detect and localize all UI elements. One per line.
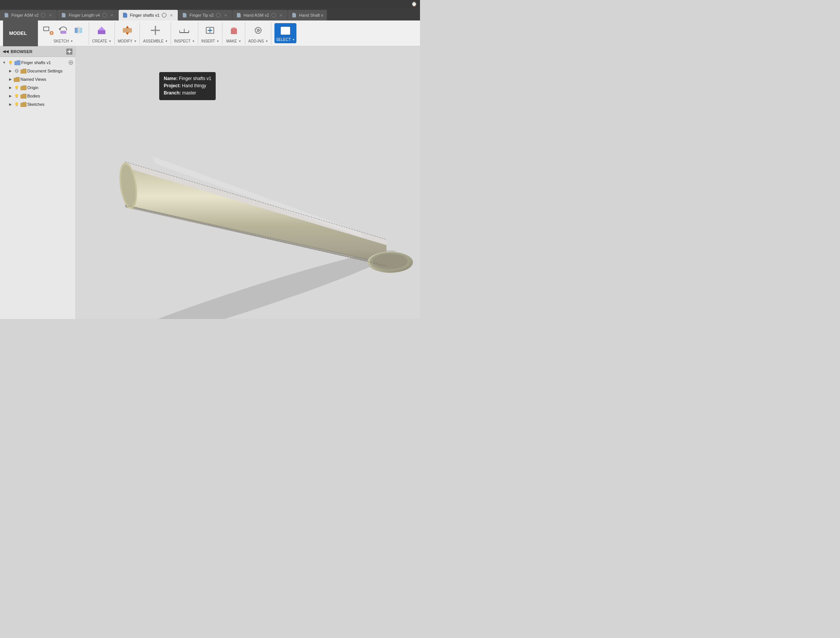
tab3-label: Finger shafts v1 bbox=[130, 13, 159, 17]
tab1-status bbox=[41, 13, 46, 17]
doc-settings-label: Document Settings bbox=[27, 69, 74, 73]
tab3-close[interactable]: ✕ bbox=[169, 13, 174, 18]
svg-rect-6 bbox=[75, 28, 78, 33]
select-group: SELECT ▼ bbox=[272, 22, 300, 45]
bodies-expand[interactable]: ▶ bbox=[8, 93, 13, 99]
svg-rect-34 bbox=[16, 89, 17, 90]
origin-expand[interactable]: ▶ bbox=[8, 85, 13, 90]
make-button[interactable] bbox=[227, 23, 241, 38]
mirror-button[interactable] bbox=[71, 23, 86, 38]
svg-point-35 bbox=[15, 94, 18, 97]
doc-settings-folder-icon bbox=[21, 68, 27, 74]
doc-settings-expand[interactable]: ▶ bbox=[8, 68, 13, 74]
tab5-close[interactable]: ✕ bbox=[278, 13, 284, 18]
tree-item-bodies[interactable]: ▶ Bodies bbox=[0, 92, 76, 100]
tab5-label: Hand ASM v2 bbox=[244, 13, 269, 17]
clock-display: ⌚ bbox=[411, 2, 417, 7]
tree-item-sketches[interactable]: ▶ Sketches bbox=[0, 100, 76, 108]
select-label: SELECT bbox=[276, 38, 291, 42]
svg-rect-21 bbox=[231, 29, 237, 34]
insert-button[interactable] bbox=[203, 23, 217, 38]
make-label: MAKE bbox=[226, 39, 237, 43]
root-label: Finger shafts v1 bbox=[21, 60, 67, 65]
add-ins-arrow: ▼ bbox=[265, 40, 268, 43]
named-views-label: Named Views bbox=[21, 77, 74, 82]
svg-rect-9 bbox=[98, 30, 105, 34]
sketch-arrow: ▼ bbox=[71, 40, 73, 43]
svg-point-33 bbox=[15, 86, 18, 89]
tree-item-origin[interactable]: ▶ Origin bbox=[0, 84, 76, 92]
sketches-expand[interactable]: ▶ bbox=[8, 102, 13, 107]
measure-button[interactable] bbox=[177, 23, 191, 38]
svg-rect-7 bbox=[79, 28, 82, 33]
press-pull-button[interactable] bbox=[120, 23, 134, 38]
root-record-icon bbox=[68, 60, 74, 66]
tab4-close[interactable]: ✕ bbox=[223, 13, 228, 18]
named-views-expand[interactable]: ▶ bbox=[8, 77, 13, 82]
tab4-label: Finger Tip v2 bbox=[189, 13, 214, 17]
origin-bulb-icon bbox=[14, 85, 20, 91]
tab4-status bbox=[216, 13, 221, 17]
svg-rect-28 bbox=[10, 64, 11, 65]
root-expand[interactable]: ▼ bbox=[2, 60, 7, 65]
select-arrow: ▼ bbox=[292, 38, 295, 41]
create-form-button[interactable] bbox=[56, 23, 71, 38]
inspect-label: INSPECT bbox=[174, 39, 190, 43]
modify-arrow: ▼ bbox=[134, 40, 137, 43]
create-group: CREATE ▼ bbox=[89, 22, 115, 45]
viewport[interactable]: Name: Finger shafts v1Project: Hand thin… bbox=[76, 46, 420, 319]
tab6-label: Hand Shaft v bbox=[299, 13, 323, 17]
tab2-status bbox=[103, 13, 107, 17]
titlebar: ⌚ bbox=[0, 0, 420, 8]
tab-finger-tip-v2[interactable]: Finger Tip v2 ✕ bbox=[178, 10, 232, 21]
add-ins-group: ADD-INS ▼ bbox=[245, 22, 272, 45]
tab-hand-asm-v2[interactable]: Hand ASM v2 ✕ bbox=[232, 10, 288, 21]
browser-collapse-arrow[interactable]: ◀◀ bbox=[3, 49, 8, 54]
svg-marker-13 bbox=[126, 33, 129, 35]
tab-finger-length-v4[interactable]: Finger Length v4 ✕ bbox=[57, 10, 118, 21]
modify-group: MODIFY ▼ bbox=[115, 22, 140, 45]
main-area: ◀◀ BROWSER ▼ bbox=[0, 46, 420, 319]
tab-finger-shafts-v1[interactable]: Finger shafts v1 ✕ bbox=[118, 10, 178, 21]
svg-point-30 bbox=[70, 62, 72, 63]
tree-item-doc-settings[interactable]: ▶ Document Settings bbox=[0, 67, 76, 75]
tab5-status bbox=[272, 13, 276, 17]
sketches-folder-icon bbox=[21, 101, 27, 107]
svg-marker-12 bbox=[126, 26, 129, 28]
root-folder-icon bbox=[14, 60, 21, 66]
browser-pin-button[interactable] bbox=[66, 49, 73, 55]
svg-point-37 bbox=[15, 103, 18, 106]
tree-item-named-views[interactable]: ▶ Named Views bbox=[0, 75, 76, 84]
sketch-button[interactable] bbox=[41, 23, 55, 38]
svg-point-31 bbox=[16, 70, 18, 72]
tab1-close[interactable]: ✕ bbox=[48, 13, 53, 18]
tab-bar: Finger ASM v2 ✕ Finger Length v4 ✕ Finge… bbox=[0, 8, 420, 21]
svg-rect-0 bbox=[44, 27, 49, 31]
tab-hand-shaft-v[interactable]: Hand Shaft v bbox=[288, 10, 327, 21]
model-dropdown-arrow: ▼ bbox=[29, 32, 32, 35]
joint-button[interactable] bbox=[148, 23, 163, 38]
tab2-close[interactable]: ✕ bbox=[109, 13, 114, 18]
sketches-bulb-icon bbox=[14, 101, 20, 107]
model-button[interactable]: MODEL ▼ bbox=[3, 21, 38, 46]
select-button[interactable]: SELECT ▼ bbox=[275, 23, 297, 43]
origin-label: Origin bbox=[27, 85, 74, 90]
sketch-label: SKETCH bbox=[54, 39, 69, 43]
add-ins-button[interactable] bbox=[251, 23, 265, 38]
sidebar: ◀◀ BROWSER ▼ bbox=[0, 46, 76, 319]
extrude-button[interactable] bbox=[95, 23, 109, 38]
root-bulb-icon bbox=[8, 60, 14, 66]
make-group: MAKE ▼ bbox=[223, 22, 245, 45]
3d-viewport-canvas bbox=[76, 46, 420, 319]
browser-header: ◀◀ BROWSER bbox=[0, 46, 76, 57]
tab-finger-asm-v2[interactable]: Finger ASM v2 ✕ bbox=[0, 10, 57, 21]
bodies-bulb-icon bbox=[14, 93, 20, 99]
tree-item-root[interactable]: ▼ Finger shafts v1 bbox=[0, 59, 76, 67]
add-ins-label: ADD-INS bbox=[248, 39, 264, 43]
svg-rect-36 bbox=[16, 97, 17, 98]
svg-rect-5 bbox=[60, 31, 66, 34]
sketch-group: SKETCH ▼ bbox=[38, 22, 89, 45]
tab3-status bbox=[162, 13, 166, 17]
doc-settings-gear-icon bbox=[14, 68, 20, 74]
make-arrow: ▼ bbox=[238, 40, 241, 43]
